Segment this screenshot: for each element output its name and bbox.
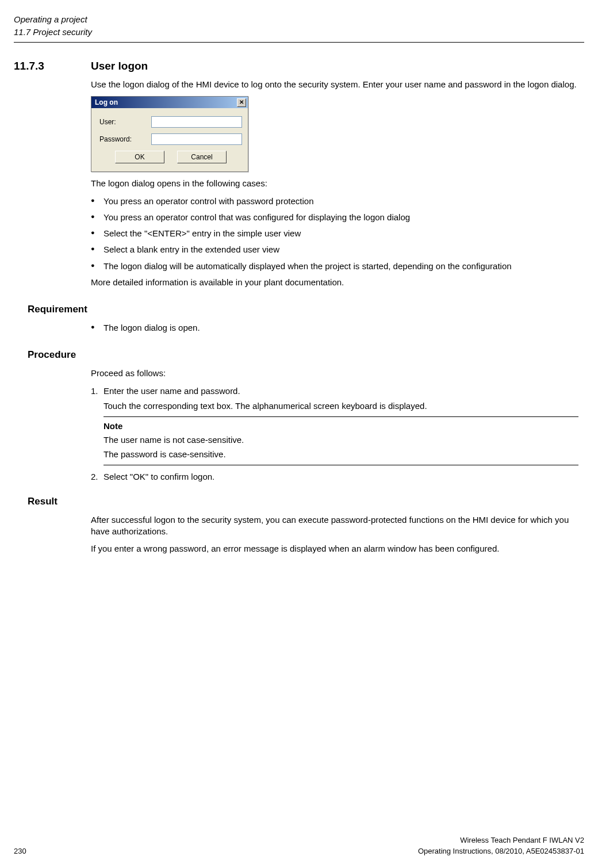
result-heading: Result <box>28 495 584 508</box>
footer-product: Wireless Teach Pendant F IWLAN V2 <box>14 835 584 846</box>
footer-docinfo: Operating Instructions, 08/2010, A5E0245… <box>418 846 584 856</box>
close-icon[interactable]: ✕ <box>237 98 246 107</box>
step-text: Select "OK" to confirm logon. <box>103 472 214 481</box>
ok-button[interactable]: OK <box>115 151 164 163</box>
step-text: Enter the user name and password. <box>103 386 240 396</box>
step-subtext: Touch the corresponding text box. The al… <box>103 400 578 412</box>
list-item: You press an operator control with passw… <box>91 196 578 207</box>
section-title: User logon <box>91 59 148 74</box>
list-item: The logon dialog is open. <box>91 322 578 334</box>
after-dialog-text: The logon dialog opens in the following … <box>91 178 578 189</box>
intro-paragraph: Use the logon dialog of the HMI device t… <box>91 79 578 90</box>
header-section: 11.7 Project security <box>14 26 584 38</box>
step-number: 1. <box>91 385 98 397</box>
note-title: Note <box>103 420 578 432</box>
list-item: You press an operator control that was c… <box>91 212 578 223</box>
list-item: Select the "<ENTER>" entry in the simple… <box>91 228 578 239</box>
user-label: User: <box>99 117 151 127</box>
user-input[interactable] <box>151 116 242 128</box>
page-footer: Wireless Teach Pendant F IWLAN V2 230 Op… <box>14 835 584 856</box>
requirement-list: The logon dialog is open. <box>91 322 578 334</box>
dialog-title: Log on <box>95 98 118 107</box>
cancel-button[interactable]: Cancel <box>177 151 227 163</box>
step-number: 2. <box>91 471 98 483</box>
procedure-lead: Proceed as follows: <box>91 368 578 379</box>
header-rule <box>14 42 584 43</box>
dialog-titlebar: Log on ✕ <box>91 97 248 108</box>
footer-page-number: 230 <box>14 846 26 856</box>
result-paragraph: If you enter a wrong password, an error … <box>91 543 578 555</box>
password-label: Password: <box>99 135 151 144</box>
requirement-heading: Requirement <box>28 303 584 316</box>
section-number: 11.7.3 <box>14 59 91 74</box>
more-info-text: More detailed information is available i… <box>91 277 578 288</box>
note-line: The password is case-sensitive. <box>103 449 578 460</box>
step-2: 2. Select "OK" to confirm logon. <box>91 471 578 483</box>
header-chapter: Operating a project <box>14 14 584 25</box>
list-item: The logon dialog will be automatically d… <box>91 261 578 272</box>
step-1: 1. Enter the user name and password. Tou… <box>91 385 578 465</box>
procedure-steps: 1. Enter the user name and password. Tou… <box>91 385 578 483</box>
result-paragraph: After successful logon to the security s… <box>91 514 578 538</box>
logon-dialog: Log on ✕ User: Password: OK Cancel <box>91 96 248 172</box>
section-heading: 11.7.3 User logon <box>14 59 584 74</box>
password-input[interactable] <box>151 133 242 145</box>
list-item: Select a blank entry in the extended use… <box>91 244 578 255</box>
note-box: Note The user name is not case-sensitive… <box>103 416 578 465</box>
note-line: The user name is not case-sensitive. <box>103 434 578 446</box>
cases-list: You press an operator control with passw… <box>91 196 578 272</box>
procedure-heading: Procedure <box>28 349 584 362</box>
